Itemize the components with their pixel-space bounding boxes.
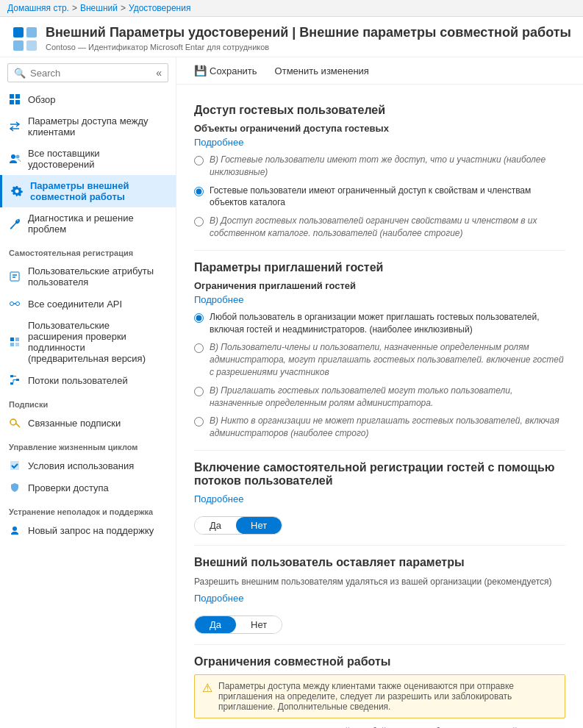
self-reg-guest-section: Включение самостоятельной регистрации го… xyxy=(194,461,565,535)
external-leave-toggle-no[interactable]: Нет xyxy=(236,616,282,633)
self-reg-toggle-yes[interactable]: Да xyxy=(195,517,236,534)
people-icon xyxy=(9,153,21,165)
content-area: 💾 Сохранить Отменить изменения Доступ го… xyxy=(176,57,583,728)
sidebar-item-linked-subs-label: Связанные подписки xyxy=(28,418,121,429)
sidebar-item-new-request-label: Новый запрос на поддержку xyxy=(28,525,154,536)
breadcrumb: Домашняя стр. > Внешний > Удостоверения xyxy=(0,0,583,17)
guest-access-radio-3[interactable] xyxy=(194,217,204,226)
svg-rect-20 xyxy=(15,343,19,346)
self-reg-guest-link[interactable]: Подробнее xyxy=(194,493,243,504)
guest-invite-option-2: В) Пользователи-члены и пользователи, на… xyxy=(194,341,565,378)
save-label: Сохранить xyxy=(210,65,257,76)
search-input[interactable] xyxy=(30,68,156,79)
divider-4 xyxy=(194,644,565,645)
divider-1 xyxy=(194,250,565,251)
sidebar-item-cross-tenant-label: Параметры доступа между клиентами xyxy=(28,115,167,138)
svg-point-26 xyxy=(12,527,17,531)
puzzle-icon xyxy=(9,336,21,348)
save-icon: 💾 xyxy=(194,65,207,76)
divider-3 xyxy=(194,545,565,546)
guest-access-radio-2[interactable] xyxy=(194,187,204,196)
sidebar-item-linked-subs[interactable]: Связанные подписки xyxy=(0,412,176,434)
guest-access-radio-1[interactable] xyxy=(194,156,204,165)
grid-icon xyxy=(9,93,21,105)
sidebar-item-diagnostics[interactable]: Диагностика и решение проблем xyxy=(0,207,176,240)
svg-point-24 xyxy=(10,419,16,425)
page-subtitle: Contoso — Идентификатор Microsoft Entar … xyxy=(46,43,571,51)
page-title: Внешний Параметры удостоверений | Внешни… xyxy=(46,24,571,41)
svg-point-14 xyxy=(10,302,14,306)
sidebar-item-overview[interactable]: Обзор xyxy=(0,88,176,110)
guest-invite-title: Параметры приглашений гостей xyxy=(194,261,565,274)
breadcrumb-sep1: > xyxy=(72,3,77,13)
sidebar-item-terms[interactable]: Условия использования xyxy=(0,454,176,477)
flow-icon xyxy=(9,374,21,386)
sidebar-item-user-flows-ext[interactable]: Пользовательские расширения проверки под… xyxy=(0,315,176,369)
guest-access-title: Доступ гостевых пользователей xyxy=(194,104,565,117)
svg-point-10 xyxy=(15,190,19,193)
guest-invite-radio-2[interactable] xyxy=(194,343,204,353)
check-icon xyxy=(9,460,21,471)
external-leave-description: Разрешить внешним пользователям удалятьс… xyxy=(194,575,565,588)
guest-invite-option-1: Любой пользователь в организации может п… xyxy=(194,311,565,336)
guest-invite-option-2-label: В) Пользователи-члены и пользователи, на… xyxy=(210,341,565,378)
shield-icon xyxy=(9,482,21,493)
sidebar-item-external-collab[interactable]: Параметры внешней совместной работы xyxy=(0,175,176,207)
external-leave-section: Внешний пользователь оставляет параметры… xyxy=(194,556,565,634)
lifecycle-section-label: Управление жизненным циклом xyxy=(0,434,176,454)
sidebar-item-api-connectors[interactable]: Все соединители API xyxy=(0,293,176,315)
search-box[interactable]: 🔍 « xyxy=(7,63,168,82)
svg-rect-21 xyxy=(10,375,13,377)
sidebar-item-access-reviews-label: Проверки доступа xyxy=(28,482,109,493)
collapse-button[interactable]: « xyxy=(156,67,162,79)
divider-2 xyxy=(194,450,565,451)
guest-invite-radio-1[interactable] xyxy=(194,313,204,323)
page-header: Внешний Параметры удостоверений | Внешни… xyxy=(0,17,583,57)
sidebar-item-user-flows-label: Потоки пользователей xyxy=(28,375,128,386)
svg-point-15 xyxy=(16,302,20,306)
guest-invite-radio-3[interactable] xyxy=(194,387,204,396)
key-icon xyxy=(9,417,21,429)
self-reg-toggle-group: Да Нет xyxy=(194,516,282,535)
guest-invite-option-3: В) Приглашать гостевых пользователей мог… xyxy=(194,385,565,410)
connector-icon xyxy=(9,298,21,310)
guest-access-option-1: В) Гостевые пользователи имеют тот же до… xyxy=(194,154,565,179)
gear-icon xyxy=(11,185,23,197)
svg-rect-11 xyxy=(10,272,19,281)
sidebar-item-new-request[interactable]: Новый запрос на поддержку xyxy=(0,519,176,541)
self-reg-toggle-no[interactable]: Нет xyxy=(236,517,282,534)
breadcrumb-external[interactable]: Внешний xyxy=(80,3,118,13)
guest-invite-option-4-label: В) Никто в организации не может приглаша… xyxy=(210,415,565,440)
header-icon xyxy=(12,26,38,52)
sidebar-item-user-attrs[interactable]: Пользовательские атрибуты пользователя xyxy=(0,260,176,293)
breadcrumb-certificates[interactable]: Удостоверения xyxy=(129,3,191,13)
breadcrumb-home[interactable]: Домашняя стр. xyxy=(7,3,69,13)
guest-invite-section: Параметры приглашений гостей Ограничения… xyxy=(194,261,565,440)
sidebar-item-cross-tenant[interactable]: Параметры доступа между клиентами xyxy=(0,110,176,143)
external-leave-toggle-group: Да Нет xyxy=(194,615,282,634)
external-leave-link[interactable]: Подробнее xyxy=(194,593,243,604)
sidebar-item-user-flows[interactable]: Потоки пользователей xyxy=(0,369,176,391)
guest-access-option-3-label: В) Доступ гостевых пользователей огранич… xyxy=(210,215,565,240)
sidebar: 🔍 « Обзор Параметры доступа между клиент… xyxy=(0,57,176,728)
cancel-label: Отменить изменения xyxy=(275,65,369,76)
self-reg-section-label: Самостоятельная регистрация xyxy=(0,240,176,260)
cancel-button[interactable]: Отменить изменения xyxy=(272,64,372,78)
sidebar-item-user-flows-ext-label: Пользовательские расширения проверки под… xyxy=(28,320,167,364)
self-reg-guest-title: Включение самостоятельной регистрации го… xyxy=(194,461,565,488)
sidebar-item-user-attrs-label: Пользовательские атрибуты пользователя xyxy=(28,265,167,288)
guest-invite-link[interactable]: Подробнее xyxy=(194,294,243,305)
support-section-label: Устранение неполадок и поддержка xyxy=(0,499,176,519)
guest-access-link[interactable]: Подробнее xyxy=(194,137,243,148)
sidebar-item-external-collab-label: Параметры внешней совместной работы xyxy=(30,180,167,202)
guest-invite-option-1-label: Любой пользователь в организации может п… xyxy=(210,311,565,336)
sidebar-item-all-providers[interactable]: Все поставщики удостоверений xyxy=(0,143,176,175)
guest-invite-option-3-label: В) Приглашать гостевых пользователей мог… xyxy=(210,385,565,410)
external-leave-toggle-yes[interactable]: Да xyxy=(195,616,236,633)
guest-invite-radio-4[interactable] xyxy=(194,417,204,427)
form-icon xyxy=(9,271,21,282)
svg-rect-25 xyxy=(10,461,19,470)
collab-warning-text: Параметры доступа между клиентами также … xyxy=(218,681,557,712)
save-button[interactable]: 💾 Сохранить xyxy=(191,63,260,78)
sidebar-item-access-reviews[interactable]: Проверки доступа xyxy=(0,477,176,499)
